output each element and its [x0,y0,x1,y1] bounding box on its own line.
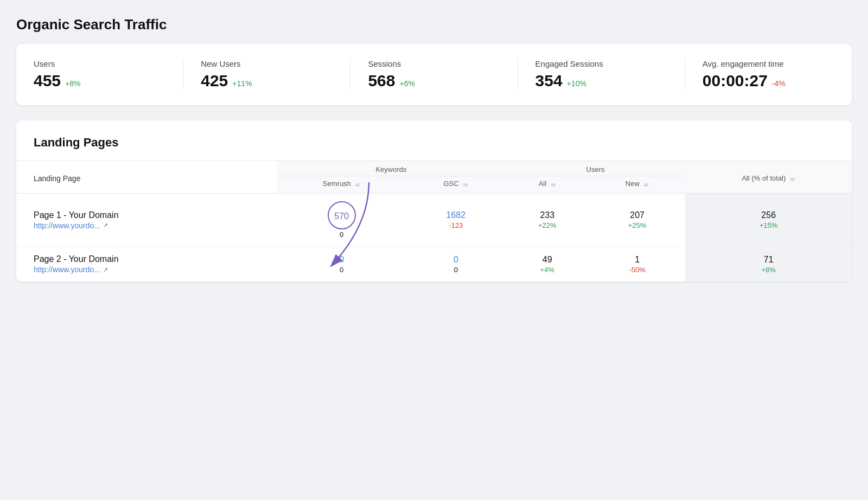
gsc-cell-1: 1682 -123 [406,194,506,247]
semrush-sub-2: 0 [285,266,398,274]
stat-engaged-sessions-change: +10% [567,79,586,88]
landing-table: Landing Page Keywords Users All (% of to… [16,161,852,281]
stat-users-value: 455 [34,72,61,90]
all-main-2: 49 [514,255,580,265]
landing-card: Landing Pages Landing Page Keywords User… [16,120,852,281]
stat-sessions-value: 568 [368,72,395,90]
stats-card: Users 455 +8% New Users 425 +11% Session… [16,44,852,105]
pct-sub-2: +8% [694,266,843,274]
stat-avg-engagement-change: -4% [772,79,786,88]
col-group-users: Users [506,161,686,176]
stat-avg-engagement: Avg. engagement time 00:00:27 -4% [703,59,834,90]
all-main-1: 233 [514,210,580,220]
external-link-icon-2: ↗ [103,266,108,273]
pct-cell-2: 71 +8% [685,247,852,282]
all-sub-2: +4% [514,266,580,274]
stat-engaged-sessions: Engaged Sessions 354 +10% [535,59,685,90]
page-title: Organic Search Traffic [16,16,852,33]
pct-sub-1: +15% [694,221,843,229]
page-cell-1: Page 1 - Your Domain http://www.yourdo..… [16,194,277,247]
stat-new-users-value: 425 [201,72,228,90]
page-url-1[interactable]: http://www.yourdo... ↗ [34,221,268,230]
semrush-cell-1: 570 0 [277,194,406,247]
all-filter-icon[interactable]: ⚌ [551,181,556,188]
semrush-sub-1: 0 [285,230,398,239]
new-cell-2: 1 -50% [589,247,686,282]
gsc-main-2: 0 [415,255,497,265]
semrush-filter-icon[interactable]: ⚌ [355,181,360,188]
stat-new-users: New Users 425 +11% [201,59,350,90]
stat-avg-engagement-value: 00:00:27 [703,72,768,90]
stat-avg-engagement-label: Avg. engagement time [703,59,834,68]
new-main-2: 1 [598,255,677,265]
semrush-main-2: 0 [285,255,398,265]
stat-engaged-sessions-label: Engaged Sessions [535,59,667,68]
page-name-2: Page 2 - Your Domain [34,254,268,264]
semrush-highlighted-value-1: 570 [328,201,356,229]
pct-main-2: 71 [694,255,843,265]
page-url-2[interactable]: http://www.yourdo... ↗ [34,265,268,274]
gsc-sub-2: 0 [415,266,497,274]
gsc-sub-1: -123 [415,221,497,229]
stat-sessions-change: +6% [399,79,414,88]
stat-users-label: Users [34,59,165,68]
page-name-1: Page 1 - Your Domain [34,210,268,220]
pct-main-1: 256 [694,210,843,220]
table-row: Page 2 - Your Domain http://www.yourdo..… [16,247,852,282]
col-gsc: GSC ⚌ [406,176,506,194]
page-cell-2: Page 2 - Your Domain http://www.yourdo..… [16,247,277,282]
all-cell-2: 49 +4% [506,247,589,282]
new-main-1: 207 [598,210,677,220]
semrush-cell-2: 0 0 [277,247,406,282]
all-cell-1: 233 +22% [506,194,589,247]
col-landing-page: Landing Page [16,161,277,194]
table-header-group-row: Landing Page Keywords Users All (% of to… [16,161,852,176]
gsc-main-1: 1682 [415,210,497,220]
pct-cell-1: 256 +15% [685,194,852,247]
stat-users: Users 455 +8% [34,59,183,90]
all-sub-1: +22% [514,221,580,229]
new-filter-icon[interactable]: ⚌ [643,181,649,188]
col-all-pct-header: All (% of total) ⚌ [685,161,852,194]
col-semrush: Semrush ⚌ [277,176,406,194]
stat-new-users-label: New Users [201,59,333,68]
new-cell-1: 207 +25% [589,194,686,247]
gsc-filter-icon[interactable]: ⚌ [463,181,468,188]
all-pct-filter-icon[interactable]: ⚌ [790,175,795,182]
stat-engaged-sessions-value: 354 [535,72,563,90]
stat-sessions-label: Sessions [368,59,500,68]
stat-new-users-change: +11% [232,79,252,88]
stat-sessions: Sessions 568 +6% [368,59,518,90]
col-all: All ⚌ [506,176,589,194]
new-sub-2: -50% [598,266,677,274]
gsc-cell-2: 0 0 [406,247,506,282]
table-row: Page 1 - Your Domain http://www.yourdo..… [16,194,852,247]
new-sub-1: +25% [598,221,677,229]
col-new: New ⚌ [589,176,686,194]
col-group-keywords: Keywords [277,161,505,176]
external-link-icon-1: ↗ [103,222,108,229]
stat-users-change: +8% [65,79,80,88]
landing-pages-title: Landing Pages [16,136,852,161]
